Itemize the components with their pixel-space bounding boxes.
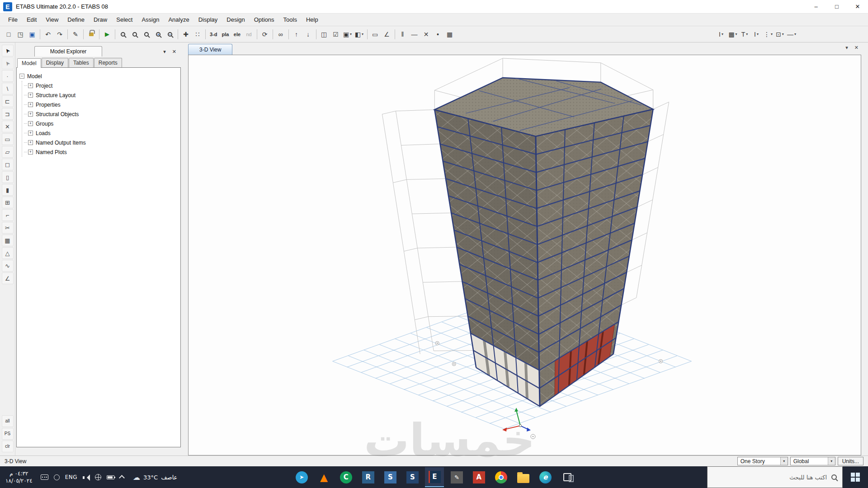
edit-pencil-button[interactable]: ✎ xyxy=(70,29,81,40)
menu-options[interactable]: Options xyxy=(250,14,279,25)
start-button[interactable] xyxy=(843,466,868,488)
chevron-down-icon[interactable]: ▾ xyxy=(780,457,788,465)
tree-node-named-plots[interactable]: +Named Plots xyxy=(24,147,178,157)
taskbar-weather[interactable]: ☁ 33°C عاصف xyxy=(127,473,184,482)
tab-3d-view[interactable]: 3-D View xyxy=(188,44,232,55)
expand-box-icon[interactable]: + xyxy=(28,121,33,126)
tab-reports[interactable]: Reports xyxy=(94,58,122,67)
language-indicator[interactable]: ENG xyxy=(65,474,77,480)
save-model-button[interactable]: ▣ xyxy=(27,29,38,40)
model-explorer-title[interactable]: Model Explorer xyxy=(34,46,102,56)
taskbar-app-notes[interactable]: ✎ xyxy=(447,467,466,487)
view-options-button[interactable]: ▣▾ xyxy=(342,29,353,40)
menu-file[interactable]: File xyxy=(4,14,22,25)
shell-fill-options-button[interactable]: ▩▾ xyxy=(727,29,738,40)
taskbar-app-vlc[interactable]: ▲ xyxy=(314,467,333,487)
tree-node-loads[interactable]: +Loads xyxy=(24,128,178,138)
measure-tool-button[interactable]: ∠ xyxy=(2,272,14,284)
section-cut-options-button[interactable]: I▾ xyxy=(751,29,762,40)
object-view-options-button[interactable]: ◧▾ xyxy=(354,29,365,40)
taskbar-app-autocad[interactable]: A xyxy=(469,467,488,487)
rotate-3d-view-button[interactable]: ⟳ xyxy=(259,29,270,40)
taskbar-app-safe[interactable]: S xyxy=(403,467,422,487)
frame-label-options-button[interactable]: I▾ xyxy=(716,29,726,40)
menu-define[interactable]: Define xyxy=(63,14,89,25)
draw-frame-button[interactable]: \ xyxy=(2,83,14,94)
people-icon[interactable] xyxy=(54,474,60,480)
select-all-button[interactable]: all xyxy=(2,415,14,427)
taskbar-app-revit[interactable]: R xyxy=(359,467,377,487)
undo-button[interactable]: ↶ xyxy=(42,29,53,40)
draw-spline-button[interactable]: ∿ xyxy=(2,260,14,272)
previous-zoom-button[interactable] xyxy=(141,29,152,40)
expand-box-icon[interactable]: + xyxy=(28,131,33,136)
tree-node-properties[interactable]: +Properties xyxy=(24,100,178,109)
expand-box-icon[interactable]: + xyxy=(28,150,33,155)
menu-help[interactable]: Help xyxy=(302,14,323,25)
cut-section-button[interactable]: ✂ xyxy=(2,222,14,234)
hidden-icons-chevron[interactable] xyxy=(119,475,125,481)
menu-view[interactable]: View xyxy=(41,14,63,25)
draw-floor-button[interactable]: ▭ xyxy=(2,133,14,145)
run-analysis-button[interactable]: ▶ xyxy=(102,29,113,40)
units-button[interactable]: Units... xyxy=(838,457,863,465)
line-style-options-button[interactable]: —▾ xyxy=(786,29,797,40)
object-shrink-button[interactable]: ∷ xyxy=(192,29,203,40)
mesh-object-button[interactable]: ▦ xyxy=(2,235,14,246)
3d-model-viewport[interactable] xyxy=(189,55,861,455)
collapse-box-icon[interactable]: − xyxy=(19,74,24,79)
taskbar-app-chrome[interactable] xyxy=(491,467,510,487)
menu-edit[interactable]: Edit xyxy=(22,14,41,25)
select-check-button[interactable]: ☑ xyxy=(330,29,341,40)
pan-button[interactable]: ✚ xyxy=(180,29,191,40)
quick-draw-frame-button[interactable]: ⊏ xyxy=(2,95,14,107)
view-3d-button[interactable]: 3-d xyxy=(208,29,219,40)
zoom-out-button[interactable] xyxy=(165,29,175,40)
coordinate-system-select[interactable]: Global ▾ xyxy=(790,457,835,465)
view-collapse-icon[interactable]: ▾ xyxy=(845,45,848,51)
minimize-button[interactable]: – xyxy=(806,0,826,13)
measure-angle-button[interactable]: ∠ xyxy=(382,29,392,40)
taskbar-clock[interactable]: ٠٤:٣٢ م ١٨/٠٥/٢٠٢٤ xyxy=(0,470,38,484)
previous-selection-button[interactable]: PS xyxy=(2,428,14,440)
taskbar-search[interactable]: اكتب هنا للبحث xyxy=(707,466,843,488)
delete-object-button[interactable]: ✕ xyxy=(2,121,14,132)
text-size-options-button[interactable]: T▾ xyxy=(739,29,750,40)
lock-model-button[interactable] xyxy=(86,29,97,40)
tree-node-groups[interactable]: +Groups xyxy=(24,119,178,128)
view-close-icon[interactable]: ✕ xyxy=(854,45,859,51)
move-down-button[interactable]: ↓ xyxy=(303,29,314,40)
move-up-button[interactable]: ↑ xyxy=(291,29,302,40)
reshape-object-button[interactable]: ➤ xyxy=(2,57,14,69)
tab-model[interactable]: Model xyxy=(17,58,41,68)
network-icon[interactable] xyxy=(95,474,101,480)
draw-door-button[interactable]: ⌐ xyxy=(2,209,14,221)
column-display-button[interactable]: ‖ xyxy=(397,29,408,40)
close-button[interactable]: ✕ xyxy=(847,0,868,13)
clear-selection-button[interactable]: clr xyxy=(2,441,14,452)
taskbar-app-telegram[interactable]: ➤ xyxy=(292,467,311,487)
rubber-band-zoom-button[interactable] xyxy=(118,29,128,40)
perspective-toggle-button[interactable]: ∞ xyxy=(275,29,286,40)
beam-display-button[interactable]: — xyxy=(409,29,420,40)
chevron-down-icon[interactable]: ▾ xyxy=(828,457,835,465)
menu-draw[interactable]: Draw xyxy=(89,14,112,25)
taskbar-app-camtasia[interactable]: C xyxy=(336,467,355,487)
expand-box-icon[interactable]: + xyxy=(28,93,33,98)
story-mode-select[interactable]: One Story ▾ xyxy=(737,457,788,465)
tree-node-model[interactable]: − Model xyxy=(19,71,178,81)
tree-node-named-output-items[interactable]: +Named Output Items xyxy=(24,138,178,147)
zoom-in-button[interactable] xyxy=(153,29,164,40)
tab-tables[interactable]: Tables xyxy=(69,58,94,67)
joint-display-button[interactable]: • xyxy=(433,29,443,40)
model-canvas[interactable] xyxy=(188,55,861,455)
expand-box-icon[interactable]: + xyxy=(28,112,33,117)
similar-stories-button[interactable]: ◫ xyxy=(319,29,330,40)
quick-draw-wall-button[interactable]: ▮ xyxy=(2,184,14,196)
menu-tools[interactable]: Tools xyxy=(279,14,302,25)
tree-node-structural-objects[interactable]: +Structural Objects xyxy=(24,109,178,119)
plan-view-button[interactable]: pla xyxy=(220,29,231,40)
expand-box-icon[interactable]: + xyxy=(28,140,33,145)
taskbar-app-task-view[interactable] xyxy=(558,467,577,487)
draw-dimension-button[interactable]: △ xyxy=(2,247,14,259)
